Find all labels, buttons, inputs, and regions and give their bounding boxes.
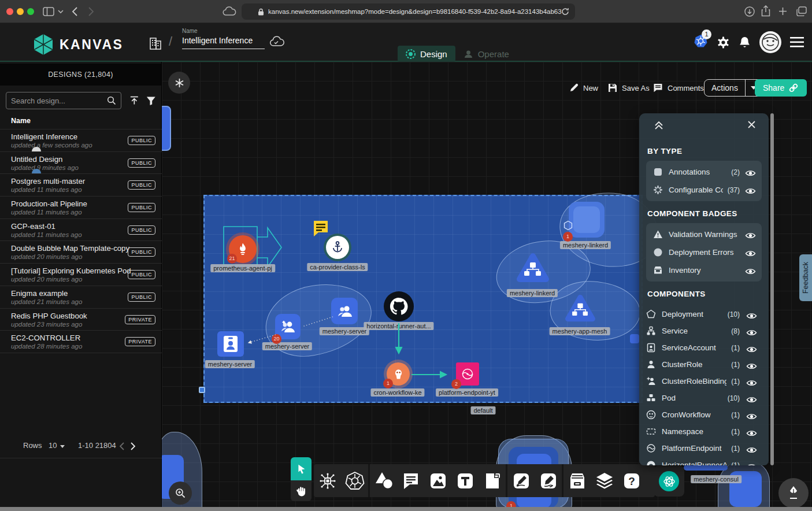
node-github-runner[interactable] — [384, 291, 414, 321]
hexagon-handle-icon[interactable] — [563, 220, 573, 231]
panel-row-inventory[interactable]: Inventory — [646, 261, 762, 279]
node-label-prometheus[interactable]: prometheus-agent-pj — [210, 264, 275, 272]
select-tool-button[interactable] — [291, 457, 312, 480]
node-label-default-namespace[interactable]: default — [470, 406, 495, 414]
pencil-tool-button[interactable] — [535, 472, 562, 490]
design-list-item[interactable]: Intelligent Inference updated a few seco… — [0, 129, 162, 151]
panel-row-cluster-role-binding[interactable]: ClusterRoleBinding (1) — [639, 373, 769, 390]
image-tool-button[interactable] — [424, 472, 451, 490]
node-label-meshery-server-crb[interactable]: meshery-server — [262, 342, 312, 350]
panel-row-pod[interactable]: Pod (10) — [639, 390, 769, 406]
save-as-button[interactable]: Save As — [608, 79, 650, 97]
node-meshery-linkerd-ns[interactable] — [569, 202, 605, 238]
tab-overview-icon[interactable] — [796, 6, 807, 16]
chevron-down-icon[interactable] — [58, 10, 64, 14]
visibility-eye-icon[interactable] — [745, 249, 756, 260]
panel-row-horizontal-runner[interactable]: HorizontalRunnerAutosc (1) — [639, 457, 769, 465]
panel-row-configurable[interactable]: Configurable Components (37) — [646, 181, 762, 199]
kubernetes-tool-button[interactable] — [341, 471, 368, 491]
prev-page-icon[interactable] — [119, 442, 124, 450]
meshery-components-button[interactable] — [654, 466, 684, 497]
node-ca-provider-class[interactable] — [326, 236, 349, 259]
notifications-bell-icon[interactable] — [739, 36, 751, 49]
kanvas-logo[interactable]: KANVAS — [32, 33, 123, 56]
visibility-eye-icon[interactable] — [746, 429, 757, 439]
collapse-panel-icon[interactable] — [654, 120, 663, 131]
zoom-in-button[interactable] — [169, 482, 192, 505]
node-label-platform-endpoint[interactable]: platform-endpoint-yt — [436, 388, 498, 397]
design-name-field[interactable]: Name Intelligent Inference — [182, 28, 265, 49]
close-panel-icon[interactable] — [747, 120, 756, 129]
visibility-eye-icon[interactable] — [746, 462, 757, 465]
tab-design[interactable]: Design — [398, 46, 455, 62]
node-meshery-server-clusterrole[interactable] — [331, 298, 358, 324]
panel-scrollbar[interactable] — [770, 113, 774, 465]
node-label-linkerd-ns[interactable]: meshery-linkerd — [560, 241, 611, 249]
feedback-tab[interactable]: Feedback — [799, 254, 812, 301]
visibility-eye-icon[interactable] — [745, 187, 756, 197]
organization-icon[interactable] — [149, 35, 162, 50]
visibility-eye-icon[interactable] — [746, 379, 757, 389]
rows-per-page-select[interactable]: 10 — [49, 441, 57, 450]
comment-annotation-icon[interactable] — [312, 219, 330, 240]
back-button[interactable] — [72, 7, 77, 16]
visibility-eye-icon[interactable] — [746, 328, 757, 339]
rows-per-page-caret[interactable] — [60, 445, 65, 448]
comment-tool-button[interactable] — [397, 472, 424, 490]
visibility-eye-icon[interactable] — [745, 267, 756, 277]
relationship-tool-button[interactable] — [314, 472, 341, 490]
design-list-item[interactable]: Enigma example updated 21 minutes ago PU… — [0, 286, 162, 308]
node-label-meshery-server-sa[interactable]: meshery-server — [205, 360, 255, 368]
panel-row-error-circle[interactable]: Deployment Errors — [646, 243, 762, 261]
actions-dropdown[interactable]: Actions — [704, 79, 762, 97]
drawer-tool-button[interactable] — [563, 472, 591, 490]
design-list-item[interactable]: Double Bubble Map Template-copy updated … — [0, 240, 162, 263]
design-list-item[interactable]: [Tutorial] Exploring Kubernetes Pod upda… — [0, 263, 162, 286]
comments-button[interactable]: Comments — [653, 79, 704, 97]
note-tool-button[interactable] — [479, 472, 506, 490]
kubernetes-context-button[interactable]: 1 — [694, 34, 708, 50]
url-bar[interactable]: kanvas.new/extension/meshmap?mode=design… — [242, 3, 575, 20]
filter-icon[interactable] — [146, 96, 156, 106]
new-tab-icon[interactable] — [778, 7, 787, 16]
node-meshery-server-serviceaccount[interactable] — [217, 331, 244, 357]
reload-icon[interactable] — [561, 8, 569, 16]
tab-operate[interactable]: Operate — [455, 46, 517, 62]
next-page-icon[interactable] — [131, 442, 136, 450]
node-label-ca-provider[interactable]: ca-provider-class-ls — [307, 263, 368, 271]
visibility-eye-icon[interactable] — [746, 395, 757, 406]
panel-row-cluster-role[interactable]: ClusterRole (1) — [639, 356, 769, 373]
pan-tool-button[interactable] — [291, 480, 312, 501]
node-label-meshery-server-cr[interactable]: meshery-server — [320, 327, 369, 335]
shapes-tool-button[interactable] — [370, 472, 397, 490]
visibility-eye-icon[interactable] — [746, 345, 757, 356]
visibility-eye-icon[interactable] — [746, 412, 757, 423]
text-tool-button[interactable] — [451, 472, 479, 490]
settings-gear-icon[interactable] — [717, 36, 730, 49]
design-list-item[interactable]: Redis PHP Guestbook updated 23 minutes a… — [0, 308, 162, 331]
node-meshery-app-mesh[interactable] — [565, 294, 596, 323]
pen-nib-button[interactable] — [778, 478, 809, 507]
search-design-input[interactable]: Search design... — [6, 92, 121, 109]
cloud-icon[interactable] — [223, 6, 236, 16]
visibility-eye-icon[interactable] — [746, 362, 757, 372]
panel-row-deployment[interactable]: Deployment (10) — [639, 306, 769, 323]
menu-hamburger-icon[interactable] — [790, 37, 804, 47]
panel-row-platform-endpoint[interactable]: PlatformEndpoint (1) — [639, 440, 769, 457]
design-list-item[interactable]: Production-alt Pipeline updated 11 minut… — [0, 196, 162, 219]
panel-row-cron-workflow[interactable]: CronWorkflow (1) — [639, 406, 769, 423]
design-list-item[interactable]: Postgres multi-master updated 11 minutes… — [0, 173, 162, 196]
share-icon[interactable] — [761, 5, 770, 17]
sidebar-toggle-icon[interactable] — [43, 7, 54, 16]
new-design-button[interactable]: New — [569, 79, 598, 97]
node-label-github-runner[interactable]: horizontal-runner-aut... — [364, 322, 433, 330]
user-avatar[interactable] — [759, 31, 781, 53]
help-tool-button[interactable]: ? — [618, 472, 645, 490]
node-label-app-mesh[interactable]: meshery-app-mesh — [550, 327, 610, 335]
node-label-consul[interactable]: meshery-consul — [691, 475, 741, 483]
node-label-cron-workflow[interactable]: cron-workflow-ke — [370, 388, 424, 397]
node-meshery-linkerd-svc[interactable] — [516, 253, 550, 284]
panel-row-service[interactable]: Service (8) — [639, 323, 769, 339]
close-window-button[interactable] — [6, 8, 13, 15]
visibility-eye-icon[interactable] — [745, 231, 756, 242]
